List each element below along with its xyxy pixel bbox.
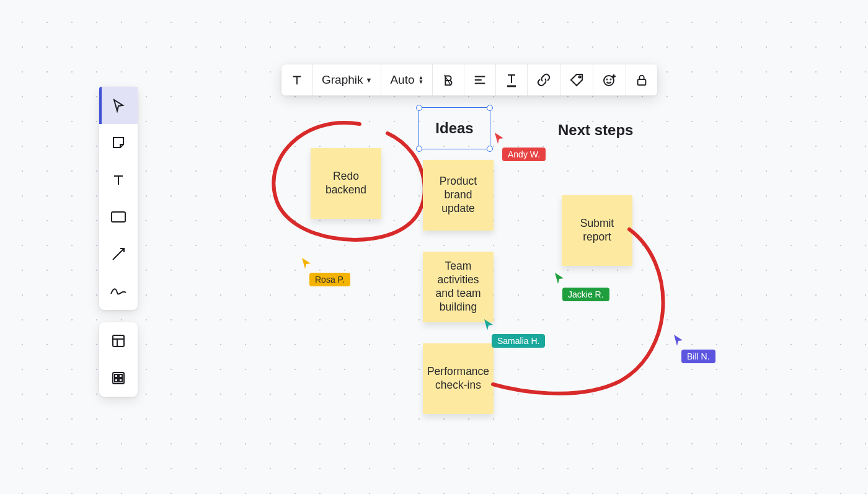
cursor-label: Samalia H. [492, 334, 545, 348]
note-text: Product brand update [428, 175, 489, 216]
svg-rect-6 [119, 379, 122, 382]
cursor-arrow-icon [483, 318, 494, 332]
chevron-down-icon: ▼ [366, 76, 373, 84]
svg-rect-11 [638, 79, 646, 85]
text-tool[interactable] [99, 161, 138, 198]
bold-button[interactable] [433, 64, 464, 95]
resize-handle[interactable] [487, 105, 493, 111]
resize-handle[interactable] [487, 146, 493, 152]
link-icon [536, 73, 551, 87]
widget-grid-tool[interactable] [99, 359, 138, 397]
whiteboard-canvas[interactable]: Graphik▼ Auto ▲▼ Ide [0, 0, 868, 494]
tool-panel-main [99, 87, 138, 310]
lock-icon [635, 73, 649, 87]
sticky-note[interactable]: Performance check-ins [423, 343, 494, 414]
tag-icon [569, 73, 584, 87]
lock-button[interactable] [626, 64, 657, 95]
tag-button[interactable] [560, 64, 593, 95]
align-left-icon [473, 73, 487, 87]
toolbar-text-mode[interactable] [281, 64, 313, 95]
note-text: Performance check-ins [427, 365, 489, 392]
font-family-label: Graphik [322, 73, 363, 87]
link-button[interactable] [528, 64, 560, 95]
svg-rect-4 [119, 374, 122, 377]
emoji-icon [602, 73, 617, 87]
font-family-dropdown[interactable]: Graphik▼ [313, 64, 381, 95]
resize-handle[interactable] [416, 146, 422, 152]
collab-cursor-samalia: Samalia H. [483, 318, 545, 348]
note-text: Redo backend [316, 170, 376, 197]
text-color-icon [505, 73, 518, 87]
font-size-stepper[interactable]: Auto ▲▼ [381, 64, 433, 95]
collab-cursor-bill: Bill N. [673, 333, 715, 363]
grid-icon [111, 371, 126, 386]
resize-handle[interactable] [416, 105, 422, 111]
arrow-icon [110, 246, 126, 262]
align-button[interactable] [464, 64, 496, 95]
sticky-note-tool[interactable] [99, 124, 138, 161]
text-color-button[interactable] [496, 64, 528, 95]
cursor-arrow-icon [554, 271, 565, 285]
text-context-toolbar: Graphik▼ Auto ▲▼ [281, 64, 657, 95]
tool-sidebar [99, 87, 138, 397]
svg-rect-5 [115, 379, 118, 382]
sticky-note[interactable]: Redo backend [311, 148, 381, 219]
shape-tool[interactable] [99, 198, 138, 236]
sticky-note[interactable]: Submit report [562, 195, 632, 266]
layout-icon [111, 333, 126, 348]
collab-cursor-rosa: Rosa P. [301, 257, 350, 286]
emoji-button[interactable] [593, 64, 626, 95]
rectangle-icon [110, 211, 126, 223]
collab-cursor-andy: Andy W. [494, 131, 546, 161]
stepper-icon: ▲▼ [418, 76, 424, 84]
note-text: Team activities and team building [428, 260, 489, 314]
cursor-label: Rosa P. [309, 273, 350, 286]
pen-tool[interactable] [99, 273, 138, 310]
tool-panel-secondary [99, 322, 138, 397]
sticky-note[interactable]: Product brand update [423, 160, 494, 231]
connector-tool[interactable] [99, 236, 138, 273]
bold-icon [441, 73, 455, 87]
cursor-label: Andy W. [502, 148, 546, 161]
svg-rect-1 [113, 335, 124, 346]
heading-ideas: Ideas [419, 108, 490, 149]
svg-point-9 [607, 79, 608, 80]
text-icon [290, 73, 304, 87]
svg-rect-3 [115, 374, 118, 377]
cursor-arrow-icon [494, 131, 505, 145]
svg-rect-0 [112, 212, 125, 222]
sticky-note-icon [111, 135, 126, 150]
text-icon [111, 172, 126, 187]
cursor-label: Jackie R. [562, 288, 609, 301]
cursor-arrow-icon [301, 257, 312, 270]
cursor-arrow-icon [673, 333, 684, 347]
layout-template-tool[interactable] [99, 322, 138, 359]
cursor-icon [111, 98, 126, 113]
font-size-label: Auto [390, 73, 414, 87]
scribble-icon [110, 285, 127, 298]
svg-point-8 [604, 76, 614, 86]
sticky-note[interactable]: Team activities and team building [423, 252, 494, 322]
cursor-label: Bill N. [681, 350, 715, 363]
collab-cursor-jackie: Jackie R. [554, 271, 609, 301]
svg-point-7 [579, 76, 581, 78]
select-tool[interactable] [99, 87, 138, 124]
heading-next-steps[interactable]: Next steps [558, 121, 633, 139]
svg-point-10 [611, 79, 611, 80]
note-text: Submit report [567, 217, 627, 244]
selected-text-ideas[interactable]: Ideas [418, 107, 490, 149]
